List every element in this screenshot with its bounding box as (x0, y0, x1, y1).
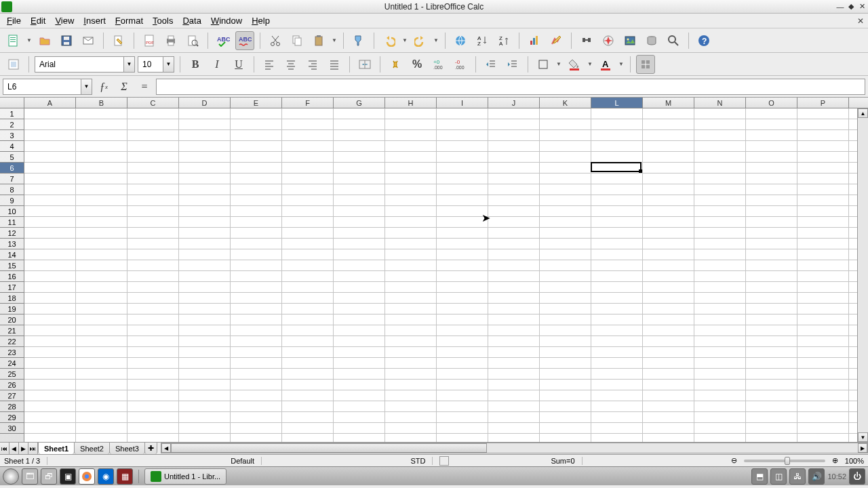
scroll-thumb[interactable] (171, 443, 487, 453)
row-header[interactable]: 20 (0, 314, 24, 325)
row-header[interactable]: 14 (0, 249, 24, 260)
tab-last-icon[interactable]: ⏭ (28, 443, 38, 454)
vertical-scrollbar[interactable]: ▲ ▼ (857, 108, 868, 442)
menu-help[interactable]: Help (248, 14, 274, 27)
decrease-indent-icon[interactable] (481, 55, 500, 74)
align-center-icon[interactable] (281, 55, 300, 74)
menu-window[interactable]: Window (207, 14, 246, 27)
tray-volume-icon[interactable]: 🔊 (808, 468, 825, 485)
column-header[interactable]: J (488, 98, 540, 108)
app-icon[interactable]: ▦ (117, 468, 133, 485)
column-header[interactable]: F (282, 98, 334, 108)
sheet-tab-2[interactable]: Sheet2 (74, 443, 110, 454)
sheet-tab-1[interactable]: Sheet1 (38, 443, 75, 454)
column-header[interactable]: L (591, 98, 643, 108)
row-header[interactable]: 19 (0, 304, 24, 314)
column-header[interactable]: E (231, 98, 282, 108)
row-header[interactable]: 23 (0, 347, 24, 358)
tray-icon-2[interactable]: ◫ (770, 468, 787, 485)
row-header[interactable]: 10 (0, 206, 24, 217)
active-cell[interactable] (591, 162, 642, 172)
datasources-icon[interactable] (642, 31, 661, 50)
row-header[interactable]: 15 (0, 260, 24, 271)
tray-icon-1[interactable]: ⬒ (751, 468, 768, 485)
column-header[interactable]: D (179, 98, 231, 108)
scroll-down-icon[interactable]: ▼ (858, 432, 868, 442)
column-header[interactable]: O (746, 98, 797, 108)
italic-icon[interactable]: I (208, 55, 226, 74)
row-header[interactable]: 5 (0, 152, 24, 163)
redo-icon[interactable] (411, 31, 430, 50)
styles-icon[interactable] (4, 55, 23, 74)
tab-prev-icon[interactable]: ◀ (9, 443, 19, 454)
align-justify-icon[interactable] (325, 55, 344, 74)
menu-edit[interactable]: Edit (26, 14, 50, 27)
menu-tools[interactable]: Tools (149, 14, 177, 27)
clock[interactable]: 10:52 (827, 472, 846, 481)
save-icon[interactable] (57, 31, 76, 50)
minimize-button[interactable]: — (836, 3, 844, 11)
chrome-icon[interactable] (79, 468, 95, 485)
column-header[interactable]: I (437, 98, 488, 108)
column-header[interactable]: A (24, 98, 76, 108)
hyperlink-icon[interactable] (451, 31, 470, 50)
bgcolor-dropdown[interactable]: ▼ (587, 61, 593, 67)
fontcolor-dropdown[interactable]: ▼ (618, 61, 625, 67)
row-header[interactable]: 18 (0, 293, 24, 304)
chart-icon[interactable] (525, 31, 544, 50)
edit-file-icon[interactable] (109, 31, 128, 50)
menu-file[interactable]: File (3, 14, 25, 27)
cut-icon[interactable] (266, 31, 285, 50)
column-header[interactable]: N (694, 98, 746, 108)
row-header[interactable]: 8 (0, 184, 24, 195)
row-header[interactable]: 30 (0, 423, 24, 434)
print-icon[interactable] (161, 31, 180, 50)
merge-cells-icon[interactable] (355, 55, 374, 74)
paste-icon[interactable] (309, 31, 328, 50)
row-header[interactable]: 12 (0, 228, 24, 239)
row-header[interactable]: 16 (0, 271, 24, 282)
cells-area[interactable] (24, 108, 857, 442)
row-header[interactable]: 26 (0, 380, 24, 390)
borders-dropdown[interactable]: ▼ (555, 61, 562, 67)
scroll-right-icon[interactable]: ▶ (858, 443, 867, 453)
column-header[interactable]: K (540, 98, 591, 108)
align-left-icon[interactable] (260, 55, 279, 74)
align-right-icon[interactable] (303, 55, 322, 74)
sheet-tab-3[interactable]: Sheet3 (109, 443, 145, 454)
row-header[interactable]: 29 (0, 412, 24, 423)
row-header[interactable]: 24 (0, 358, 24, 369)
select-all-corner[interactable] (0, 98, 24, 108)
tray-power-icon[interactable]: ⏻ (849, 468, 865, 485)
close-document-button[interactable]: ✕ (857, 16, 865, 26)
menu-data[interactable]: Data (178, 14, 205, 27)
sort-asc-icon[interactable]: AZ (473, 31, 492, 50)
file-manager-icon[interactable]: 🗔 (22, 468, 38, 485)
scroll-up-icon[interactable]: ▲ (858, 108, 868, 118)
row-header[interactable]: 25 (0, 369, 24, 380)
currency-icon[interactable] (386, 55, 405, 74)
open-icon[interactable] (35, 31, 54, 50)
function-equals-icon[interactable]: = (137, 79, 152, 94)
new-dropdown[interactable]: ▼ (26, 37, 33, 43)
bold-icon[interactable]: B (186, 55, 205, 74)
taskbar-task-calc[interactable]: Untitled 1 - Libr... (144, 468, 226, 485)
find-icon[interactable] (577, 31, 596, 50)
tab-first-icon[interactable]: ⏮ (0, 443, 9, 454)
increase-indent-icon[interactable] (503, 55, 522, 74)
row-header[interactable]: 21 (0, 325, 24, 336)
row-header[interactable]: 17 (0, 282, 24, 293)
navigator-icon[interactable] (599, 31, 618, 50)
font-color-icon[interactable]: A (596, 55, 615, 74)
zoom-icon[interactable] (664, 31, 683, 50)
email-icon[interactable] (79, 31, 98, 50)
row-header[interactable]: 6 (0, 163, 24, 174)
add-sheet-icon[interactable]: ✚ (144, 443, 157, 454)
print-preview-icon[interactable] (183, 31, 202, 50)
zoom-out-icon[interactable]: ⊖ (731, 456, 737, 465)
column-header[interactable]: P (797, 98, 849, 108)
add-decimal-icon[interactable]: +0.000 (429, 55, 448, 74)
show-desktop-icon[interactable]: 🗗 (41, 468, 57, 485)
column-header[interactable]: M (643, 98, 694, 108)
row-header[interactable]: 11 (0, 217, 24, 228)
